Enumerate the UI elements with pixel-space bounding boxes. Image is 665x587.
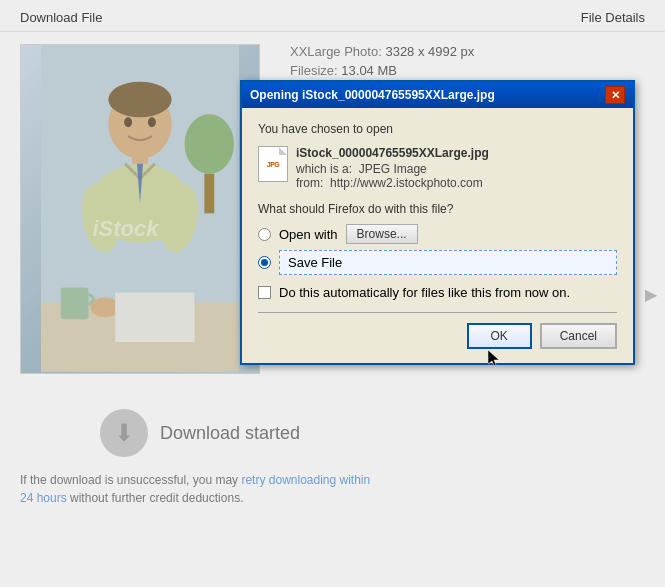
open-with-option[interactable]: Open with Browse... — [258, 224, 617, 244]
save-file-option[interactable]: Save File — [258, 250, 617, 275]
which-is-a: which is a: — [296, 162, 352, 176]
dialog-file-type: which is a: JPEG Image — [296, 162, 489, 176]
dialog-prompt: You have chosen to open — [258, 122, 617, 136]
file-open-dialog: Opening iStock_000004765595XXLarge.jpg ✕… — [240, 80, 635, 365]
open-with-radio[interactable] — [258, 228, 271, 241]
ok-button[interactable]: OK — [467, 323, 532, 349]
checkbox-label: Do this automatically for files like thi… — [279, 285, 570, 300]
open-with-label: Open with — [279, 227, 338, 242]
save-file-box: Save File — [279, 250, 617, 275]
file-type-value: JPEG Image — [359, 162, 427, 176]
save-file-label: Save File — [288, 255, 342, 270]
auto-checkbox-row[interactable]: Do this automatically for files like thi… — [258, 285, 617, 300]
browse-button[interactable]: Browse... — [346, 224, 418, 244]
radio-dot — [261, 259, 268, 266]
dialog-title: Opening iStock_000004765595XXLarge.jpg — [250, 88, 495, 102]
dialog-divider — [258, 312, 617, 313]
auto-checkbox[interactable] — [258, 286, 271, 299]
dialog-titlebar: Opening iStock_000004765595XXLarge.jpg ✕ — [242, 82, 633, 108]
file-details: iStock_000004765595XXLarge.jpg which is … — [296, 146, 489, 190]
dialog-section-label: What should Firefox do with this file? — [258, 202, 617, 216]
save-file-radio[interactable] — [258, 256, 271, 269]
dialog-options: Open with Browse... Save File — [258, 224, 617, 275]
open-with-row: Open with Browse... — [279, 224, 418, 244]
from-label: from: — [296, 176, 323, 190]
file-icon: JPG — [258, 146, 288, 182]
dialog-filename: iStock_000004765595XXLarge.jpg — [296, 146, 489, 160]
dialog-body: You have chosen to open JPG iStock_00000… — [242, 108, 633, 363]
file-icon-label: JPG — [267, 161, 280, 168]
from-url: http://www2.istockphoto.com — [330, 176, 483, 190]
dialog-file-info: JPG iStock_000004765595XXLarge.jpg which… — [258, 146, 617, 190]
dialog-file-source: from: http://www2.istockphoto.com — [296, 176, 489, 190]
dialog-close-button[interactable]: ✕ — [605, 86, 625, 104]
cancel-button[interactable]: Cancel — [540, 323, 617, 349]
dialog-buttons: OK Cancel — [258, 323, 617, 353]
